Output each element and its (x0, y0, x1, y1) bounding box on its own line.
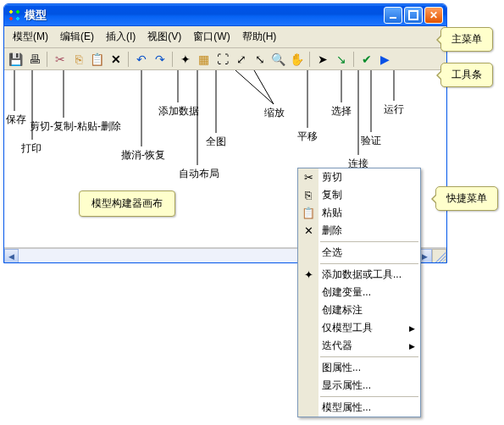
menu-bar: 模型(M) 编辑(E) 插入(I) 视图(V) 窗口(W) 帮助(H) (4, 26, 446, 48)
canvas-note: 模型构建器画布 (79, 190, 175, 217)
lbl-select: 选择 (331, 104, 352, 119)
copy-icon: ⎘ (75, 52, 82, 66)
close-button[interactable] (424, 7, 443, 24)
title-bar[interactable]: 模型 (4, 4, 446, 26)
callout-toolbar: 工具条 (440, 63, 493, 87)
menu-insert[interactable]: 插入(I) (101, 28, 141, 46)
ctx-model-only-tools[interactable]: 仅模型工具 (298, 319, 420, 337)
select-icon: ➤ (318, 52, 328, 66)
app-icon (8, 8, 21, 22)
lbl-pan: 平移 (297, 130, 318, 144)
zoom-in-button[interactable]: ⤢ (232, 50, 250, 68)
redo-button[interactable]: ↷ (151, 50, 169, 68)
zoom-in-icon: ⤢ (236, 52, 246, 66)
undo-button[interactable]: ↶ (132, 50, 150, 68)
fixed-zoom-button[interactable]: 🔍 (269, 50, 287, 68)
separator (309, 52, 310, 67)
ctx-paste[interactable]: 📋粘贴 (298, 204, 420, 222)
paste-button[interactable]: 📋 (88, 50, 106, 68)
ctx-add-data-or-tools[interactable]: ✦添加数据或工具... (298, 266, 420, 284)
add-data-icon: ✦ (180, 52, 191, 66)
auto-layout-icon: ▦ (198, 52, 209, 66)
delete-icon: ✕ (111, 52, 121, 66)
window-title: 模型 (25, 8, 384, 23)
cut-icon: ✂ (55, 52, 65, 66)
ctx-diagram-props[interactable]: 图属性... (298, 359, 420, 377)
separator (353, 52, 354, 67)
ctx-model-props[interactable]: 模型属性... (298, 399, 420, 417)
lbl-add-data: 添加数据 (158, 104, 199, 119)
add-data-button[interactable]: ✦ (176, 50, 194, 68)
separator (172, 52, 173, 67)
menu-view[interactable]: 视图(V) (142, 28, 186, 46)
ctx-copy[interactable]: ⎘复制 (298, 186, 420, 204)
menu-help[interactable]: 帮助(H) (237, 28, 282, 46)
minimize-button[interactable] (384, 7, 402, 24)
auto-layout-button[interactable]: ▦ (195, 50, 213, 68)
copy-icon: ⎘ (302, 189, 315, 202)
menu-window[interactable]: 窗口(W) (188, 28, 235, 46)
run-button[interactable]: ▶ (376, 50, 394, 68)
toolbar: 💾 🖶 ✂ ⎘ 📋 ✕ ↶ ↷ ✦ ▦ ⛶ ⤢ ⤡ 🔍 ✋ ➤ ↘ ✔ ▶ (4, 48, 446, 70)
select-button[interactable]: ➤ (313, 50, 331, 68)
pan-icon: ✋ (290, 52, 304, 66)
lbl-print: 打印 (21, 141, 42, 156)
zoom-out-icon: ⤡ (255, 52, 265, 66)
validate-button[interactable]: ✔ (357, 50, 375, 68)
lbl-undo-redo: 撤消-恢复 (121, 148, 165, 163)
run-icon: ▶ (380, 52, 390, 66)
ctx-sep (320, 263, 418, 264)
ctx-cut[interactable]: ✂剪切 (298, 168, 420, 186)
ctx-create-variable[interactable]: 创建变量... (298, 284, 420, 301)
undo-icon: ↶ (136, 52, 147, 66)
svg-line-8 (254, 70, 274, 104)
save-button[interactable]: 💾 (7, 50, 25, 68)
fixed-zoom-icon: 🔍 (271, 52, 285, 66)
scroll-left-button[interactable]: ◀ (4, 249, 19, 263)
ctx-create-label[interactable]: 创建标注 (298, 301, 420, 319)
maximize-button[interactable] (404, 7, 423, 24)
print-button[interactable]: 🖶 (25, 50, 43, 68)
menu-edit[interactable]: 编辑(E) (55, 28, 99, 46)
ctx-sep (320, 356, 418, 357)
menu-model[interactable]: 模型(M) (8, 28, 53, 46)
callout-context-menu: 快捷菜单 (435, 186, 498, 211)
add-icon: ✦ (302, 268, 315, 282)
lbl-save: 保存 (6, 113, 26, 127)
separator (128, 52, 129, 67)
lbl-full: 全图 (206, 135, 226, 149)
full-extent-button[interactable]: ⛶ (213, 50, 231, 68)
copy-button[interactable]: ⎘ (69, 50, 87, 68)
ctx-delete[interactable]: ✕删除 (298, 222, 420, 240)
delete-button[interactable]: ✕ (107, 50, 125, 68)
redo-icon: ↷ (155, 52, 165, 66)
callout-main-menu: 主菜单 (440, 27, 493, 52)
paste-icon: 📋 (302, 207, 315, 220)
paste-icon: 📋 (90, 52, 104, 66)
lbl-ccpd: 剪切-复制-粘贴-删除 (30, 119, 121, 134)
resize-grip[interactable] (432, 249, 446, 263)
delete-icon: ✕ (302, 224, 315, 238)
save-icon: 💾 (8, 52, 23, 66)
ctx-sep (320, 396, 418, 397)
svg-line-7 (235, 70, 274, 104)
separator (47, 52, 47, 67)
cut-button[interactable]: ✂ (51, 50, 69, 68)
full-extent-icon: ⛶ (217, 52, 229, 66)
ctx-select-all[interactable]: 全选 (298, 244, 420, 262)
connect-icon: ↘ (336, 52, 346, 66)
ctx-display-props[interactable]: 显示属性... (298, 377, 420, 395)
cut-icon: ✂ (302, 171, 315, 185)
pan-button[interactable]: ✋ (288, 50, 306, 68)
print-icon: 🖶 (29, 52, 41, 66)
lbl-run: 运行 (384, 102, 404, 117)
lbl-validate: 验证 (361, 134, 381, 148)
validate-icon: ✔ (362, 52, 372, 66)
ctx-iterator[interactable]: 迭代器 (298, 337, 420, 355)
lbl-zoom: 缩放 (264, 106, 285, 120)
lbl-auto-layout: 自动布局 (179, 167, 219, 181)
connect-button[interactable]: ↘ (332, 50, 350, 68)
ctx-sep (320, 241, 418, 242)
zoom-out-button[interactable]: ⤡ (251, 50, 269, 68)
context-menu: ✂剪切 ⎘复制 📋粘贴 ✕删除 全选 ✦添加数据或工具... 创建变量... 创… (297, 168, 421, 417)
